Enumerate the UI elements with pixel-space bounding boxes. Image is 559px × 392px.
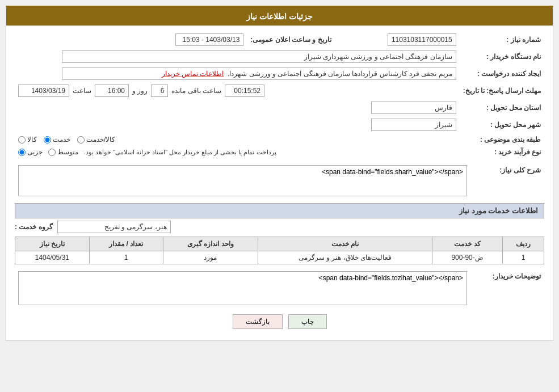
col-code: کد خدمت bbox=[432, 237, 502, 251]
mohlat-label: مهلت ارسال پاسخ: تا تاریخ: bbox=[460, 82, 544, 99]
col-count: تعداد / مقدار bbox=[89, 237, 163, 251]
cell-name: فعالیت‌های خلاق، هنر و سرگرمی bbox=[258, 251, 432, 264]
cell-radif: 1 bbox=[503, 251, 544, 264]
sharh-textarea[interactable]: <span data-bind="fields.sharh_value"></s… bbox=[18, 165, 467, 196]
ostan-value: فارس bbox=[371, 102, 456, 114]
cell-count: 1 bbox=[89, 251, 163, 264]
service-section-header: اطلاعات خدمات مورد نیاز bbox=[15, 203, 544, 218]
tarikh-value: 1403/03/13 - 15:03 bbox=[175, 33, 243, 46]
col-radif: ردیف bbox=[503, 237, 544, 251]
mohlat-baqi: 00:15:52 bbox=[225, 85, 264, 97]
nove-label: نوع فرآیند خرید : bbox=[460, 146, 544, 158]
cell-date: 1404/05/31 bbox=[15, 251, 90, 264]
nam-dastgah-label: نام دستگاه خریدار : bbox=[460, 48, 544, 65]
idad-value: مریم نجفی فرد کارشناس قراردادها سازمان ف… bbox=[62, 68, 456, 80]
tozihat-label: توضیحات خریدار: bbox=[493, 272, 541, 280]
nove-notice: پرداخت تمام یا بخشی از مبلغ خریدار محل "… bbox=[84, 149, 276, 156]
radio-kala[interactable]: کالا bbox=[18, 136, 37, 144]
tarikh-label: تاریخ و ساعت اعلان عمومی: bbox=[247, 31, 334, 48]
radio-motevaset[interactable]: متوسط bbox=[48, 148, 78, 156]
cell-code: ض-90-900 bbox=[432, 251, 502, 264]
shomara-niaz-label: شماره نیاز : bbox=[460, 31, 544, 48]
tozihat-textarea[interactable]: <span data-bind="fields.tozihat_value"><… bbox=[18, 271, 467, 305]
col-unit: واحد اندازه گیری bbox=[163, 237, 258, 251]
shomara-niaz-value: 1103103117000015 bbox=[388, 33, 456, 46]
mohlat-rooz-label: روز و bbox=[132, 87, 148, 95]
mohlat-saat: 16:00 bbox=[95, 85, 129, 97]
mohlat-baqi-label: ساعت باقی مانده bbox=[171, 87, 221, 95]
idad-label: ایجاد کننده درخواست : bbox=[460, 65, 544, 82]
radio-khedmat[interactable]: خدمت bbox=[44, 136, 70, 144]
tabaqe-label: طبقه بندی موضوعی : bbox=[460, 133, 544, 146]
goroh-value: هنر، سرگرمی و تفریح bbox=[57, 221, 171, 233]
back-button[interactable]: بازگشت bbox=[233, 314, 283, 329]
col-name: نام خدمت bbox=[258, 237, 432, 251]
mohlat-rooz: 6 bbox=[151, 85, 168, 97]
shahr-label: شهر محل تحویل : bbox=[460, 116, 544, 133]
nam-dastgah-value: سازمان فرهنگی اجتماعی و ورزشی شهرداری شی… bbox=[62, 50, 456, 63]
radio-jozii[interactable]: جزیی bbox=[18, 148, 43, 156]
services-table: ردیف کد خدمت نام خدمت واحد اندازه گیری ت… bbox=[15, 237, 544, 264]
ostan-label: استان محل تحویل : bbox=[460, 99, 544, 116]
radio-kala-khedmat[interactable]: کالا/خدمت bbox=[77, 136, 115, 144]
col-date: تاریخ نیاز bbox=[15, 237, 90, 251]
goroh-label: گروه خدمت : bbox=[15, 223, 53, 231]
contact-link[interactable]: اطلاعات تماس خریدار bbox=[162, 70, 224, 78]
page-title: جزئیات اطلاعات نیاز bbox=[6, 7, 553, 26]
shahr-value: شیراز bbox=[371, 119, 456, 131]
mohlat-date: 1403/03/19 bbox=[18, 85, 69, 97]
cell-unit: مورد bbox=[163, 251, 258, 264]
print-button[interactable]: چاپ bbox=[288, 314, 327, 329]
mohlat-saat-label: ساعت bbox=[73, 87, 91, 95]
sharh-label: شرح کلی نیاز: bbox=[499, 166, 541, 174]
table-row: 1 ض-90-900 فعالیت‌های خلاق، هنر و سرگرمی… bbox=[15, 251, 544, 264]
